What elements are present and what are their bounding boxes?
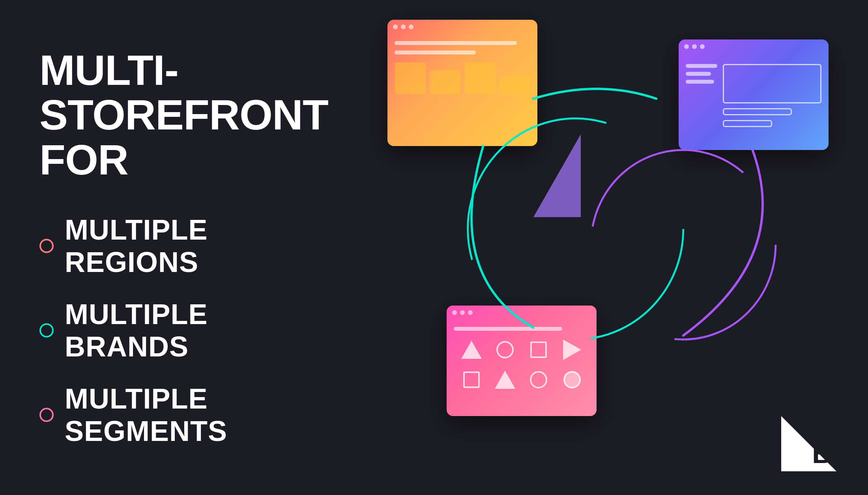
shape-circle2	[525, 368, 552, 392]
bigcommerce-logo: B	[781, 416, 836, 471]
dot3-pink	[468, 310, 473, 315]
purple-rect-big	[723, 64, 821, 103]
orange-block-4	[499, 76, 531, 94]
browser-card-orange	[387, 20, 537, 146]
shape-triangle2	[491, 368, 518, 392]
shape-circle-icon3	[563, 371, 581, 388]
dot1-pink	[452, 310, 457, 315]
bullet-circle-segments	[39, 408, 54, 422]
browser-bar-pink	[447, 306, 597, 320]
shape-triangle1	[458, 338, 485, 362]
shape-circle-icon2	[530, 371, 547, 388]
browser-card-purple	[679, 39, 829, 150]
bullet-circle-brands	[39, 323, 54, 338]
shape-triangle-icon1	[461, 341, 482, 359]
purple-sidebar	[686, 64, 717, 127]
shape-triangle-icon2	[495, 371, 515, 389]
sidebar-line3	[686, 80, 714, 84]
purple-rect-small1	[723, 108, 792, 115]
center-triangle	[533, 134, 581, 217]
bullet-item-regions: MULTIPLE REGIONS	[39, 214, 328, 278]
browser-card-pink	[447, 306, 597, 416]
slide: MULTI-STOREFRONT FOR MULTIPLE REGIONS MU…	[0, 0, 868, 495]
browser-bar-purple	[679, 39, 829, 54]
orange-block-1	[395, 62, 426, 94]
shape-circle1	[491, 338, 518, 362]
shape-square-icon1	[530, 341, 547, 358]
shape-circle3	[558, 368, 586, 392]
bullet-item-segments: MULTIPLE SEGMENTS	[39, 382, 328, 447]
orange-block-3	[464, 62, 496, 94]
dot3-orange	[409, 24, 413, 29]
bullet-text-segments: MULTIPLE SEGMENTS	[65, 382, 328, 447]
bullet-text-brands: MULTIPLE BRANDS	[65, 298, 328, 363]
browser-content-orange	[387, 34, 537, 101]
purple-rect-small2	[723, 120, 772, 127]
purple-main	[723, 64, 821, 127]
dot3-purple	[700, 44, 705, 49]
shape-triangle-right-icon1	[563, 339, 581, 360]
shape-triangle-right1	[558, 338, 586, 362]
shapes-grid	[454, 338, 589, 392]
dot2-pink	[460, 310, 465, 315]
shape-square2	[458, 368, 485, 392]
orange-line-short	[395, 51, 476, 54]
shape-square1	[525, 338, 552, 362]
sidebar-line1	[686, 64, 717, 68]
browser-content-pink	[447, 320, 597, 399]
orange-block-2	[430, 70, 461, 94]
browser-content-purple	[679, 54, 829, 134]
dot2-purple	[692, 44, 697, 49]
dot1-orange	[393, 24, 398, 29]
dot2-orange	[401, 24, 406, 29]
shape-square-icon2	[463, 371, 480, 388]
dot1-purple	[684, 44, 689, 49]
browser-bar-orange	[387, 20, 537, 34]
orange-blocks	[395, 62, 530, 94]
shape-circle-icon1	[496, 341, 514, 358]
bullet-circle-regions	[39, 239, 54, 253]
purple-layout	[686, 64, 821, 127]
bc-letter: B	[812, 439, 832, 467]
svg-point-1	[591, 150, 776, 339]
pink-header-line	[454, 327, 562, 331]
bc-triangle-outer: B	[781, 416, 836, 471]
bullet-item-brands: MULTIPLE BRANDS	[39, 298, 328, 363]
bullet-list: MULTIPLE REGIONS MULTIPLE BRANDS MULTIPL…	[39, 214, 328, 447]
main-title: MULTI-STOREFRONT FOR	[39, 48, 328, 182]
bullet-text-regions: MULTIPLE REGIONS	[65, 214, 328, 278]
orange-line-full	[395, 41, 517, 45]
sidebar-line2	[686, 72, 711, 76]
left-content: MULTI-STOREFRONT FOR MULTIPLE REGIONS MU…	[0, 16, 368, 479]
